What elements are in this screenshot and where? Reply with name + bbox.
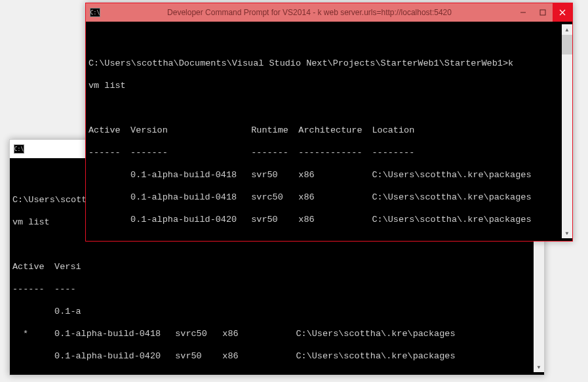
table-row: 0.1-alpha-build-0418 svrc50 x86 C:\Users…: [88, 192, 562, 203]
titlebar[interactable]: C:\ Developer Command Prompt for VS2014 …: [86, 3, 572, 22]
window-controls: [513, 3, 572, 22]
cmd-icon: C:\: [14, 144, 24, 154]
window-title: Developer Command Prompt for VS2014 - k …: [106, 8, 513, 17]
terminal-line: vm list: [88, 80, 562, 91]
table-row: 0.1-a: [12, 306, 534, 317]
table-header: Active Versi: [12, 261, 534, 272]
maximize-icon: [539, 9, 546, 16]
table-row: 0.1-alpha-build-0418 svr50 x86 C:\Users\…: [88, 169, 562, 180]
command-prompt-window-front: C:\ Developer Command Prompt for VS2014 …: [85, 3, 573, 242]
maximize-button[interactable]: [533, 3, 553, 22]
terminal-body[interactable]: C:\Users\scottha\Documents\Visual Studio…: [86, 22, 572, 241]
minimize-icon: [520, 9, 526, 16]
terminal-content: C:\Users\scottha\Documents\Visual Studio…: [88, 24, 562, 238]
scroll-track[interactable]: [562, 35, 572, 228]
terminal-line: [88, 35, 562, 47]
table-row: 0.1-alpha-build-0420 svr50 x86 C:\Users\…: [88, 214, 562, 225]
table-separator: ------ ----: [12, 284, 534, 295]
scrollbar[interactable]: ▲ ▼: [562, 24, 572, 238]
table-row: * 0.1-alpha-build-0418 svrc50 x86 C:\Use…: [12, 328, 534, 339]
table-separator: ------ ------- ------- ------------ ----…: [88, 147, 562, 158]
scroll-down-arrow-icon[interactable]: ▼: [562, 228, 572, 238]
table-row: * 0.1-alpha-build-0420 svrc50 x86 C:\Use…: [88, 236, 562, 238]
scroll-thumb[interactable]: [562, 35, 572, 54]
cmd-icon: C:\: [90, 8, 100, 17]
terminal-line: [88, 102, 562, 114]
scroll-down-arrow-icon[interactable]: ▼: [534, 362, 544, 372]
minimize-button[interactable]: [513, 3, 533, 22]
table-row: 0.1-alpha-build-0420 svr50 x86 C:\Users\…: [12, 350, 534, 362]
table-header: Active Version Runtime Architecture Loca…: [88, 125, 562, 136]
scroll-up-arrow-icon[interactable]: ▲: [562, 24, 572, 35]
close-icon: [559, 9, 566, 16]
terminal-line: C:\Users\scottha\Documents\Visual Studio…: [88, 58, 562, 69]
svg-rect-5: [540, 10, 545, 15]
close-button[interactable]: [553, 3, 572, 22]
